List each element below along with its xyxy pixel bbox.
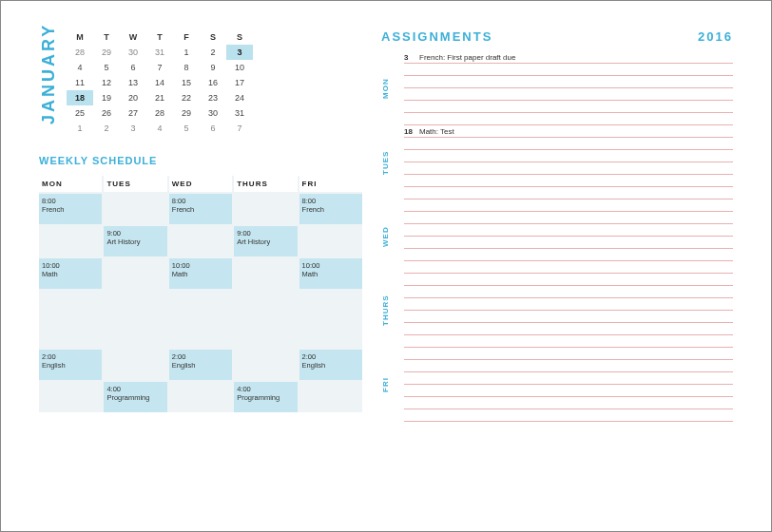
assignment-lines (398, 274, 733, 348)
calendar-day: 3 (226, 45, 253, 60)
assignment-line (404, 335, 733, 348)
calendar-day: 31 (146, 45, 173, 60)
assignment-line (404, 274, 733, 286)
schedule-cell (104, 291, 166, 348)
calendar-day: 15 (173, 75, 200, 90)
assignment-line (404, 138, 733, 150)
calendar-dow: S (226, 29, 253, 45)
schedule-cell (39, 382, 102, 412)
assignment-line (404, 323, 733, 335)
calendar-day: 29 (93, 45, 120, 60)
assignment-line (404, 200, 733, 212)
assignment-day-block: MON3French: First paper draft due (381, 51, 733, 125)
schedule-header: TUES (104, 176, 166, 192)
calendar-day: 23 (200, 90, 226, 105)
assignment-line (404, 397, 733, 409)
schedule-cell: 9:00Art History (104, 226, 166, 256)
assignment-line (404, 175, 733, 187)
assignment-lines (398, 200, 733, 274)
assignment-line (404, 385, 733, 397)
calendar-dow: F (173, 29, 200, 45)
assignment-line (404, 298, 733, 311)
schedule-header: FRI (299, 176, 362, 192)
schedule-cell (39, 226, 102, 256)
calendar-day: 10 (226, 60, 253, 75)
calendar-dow: S (200, 29, 226, 45)
schedule-cell: 8:00French (169, 194, 232, 224)
calendar-day: 28 (146, 105, 173, 121)
weekly-schedule-title: WEEKLY SCHEDULE (39, 155, 362, 166)
assignment-line (404, 224, 733, 237)
schedule-cell (299, 291, 362, 348)
calendar-day: 4 (146, 121, 173, 136)
calendar-dow: W (120, 29, 146, 45)
assignment-lines: 3French: First paper draft due (398, 51, 733, 125)
calendar-day: 5 (93, 60, 120, 75)
schedule-cell (169, 291, 232, 348)
assignment-line (404, 150, 733, 162)
schedule-cell (299, 382, 362, 412)
assignment-day-label: MON (381, 51, 398, 125)
assignment-line (404, 88, 733, 101)
assignment-line (404, 113, 733, 125)
calendar-dow: T (93, 29, 120, 45)
assignment-day-label: THURS (381, 274, 398, 348)
calendar-dow: T (146, 29, 173, 45)
calendar-day: 20 (120, 90, 146, 105)
schedule-cell: 10:00Math (169, 258, 232, 289)
schedule-header: THURS (234, 176, 297, 192)
assignment-lines (398, 348, 733, 422)
calendar-day: 7 (146, 60, 173, 75)
schedule-cell: 4:00Programming (104, 382, 166, 412)
schedule-cell: 10:00Math (39, 258, 102, 289)
calendar-day: 30 (200, 105, 226, 121)
assignment-line (404, 76, 733, 88)
assignment-line (404, 249, 733, 261)
weekly-schedule-grid: MONTUESWEDTHURSFRI8:00French8:00French8:… (39, 176, 362, 412)
assignment-line (404, 348, 733, 360)
calendar-day: 11 (67, 75, 93, 90)
assignment-day-label: TUES (381, 125, 398, 200)
mini-calendar: MTWTFSS 28293031123456789101112131415161… (67, 29, 253, 136)
calendar-day: 14 (146, 75, 173, 90)
schedule-cell (234, 291, 297, 348)
mini-calendar-block: JANUARY MTWTFSS 282930311234567891011121… (39, 29, 362, 136)
assignment-day-block: FRI (381, 348, 733, 422)
left-column: JANUARY MTWTFSS 282930311234567891011121… (39, 29, 362, 422)
schedule-cell (169, 382, 232, 412)
schedule-cell (39, 291, 102, 348)
schedule-cell (169, 226, 232, 256)
right-column: ASSIGNMENTS 2016 MON3French: First paper… (381, 29, 733, 422)
assignment-line (404, 311, 733, 323)
calendar-day: 29 (173, 105, 200, 121)
schedule-cell (299, 226, 362, 256)
assignment-line (404, 286, 733, 298)
schedule-cell: 2:00English (169, 350, 232, 380)
assignment-line (404, 162, 733, 175)
assignments-header: ASSIGNMENTS 2016 (381, 29, 733, 44)
assignment-line: 3French: First paper draft due (404, 51, 733, 64)
assignment-date: 18 (404, 127, 419, 136)
calendar-day: 6 (200, 121, 226, 136)
assignment-line (404, 237, 733, 249)
calendar-day: 12 (93, 75, 120, 90)
assignment-text: Math: Test (419, 127, 454, 136)
assignment-line (404, 101, 733, 113)
schedule-cell (234, 194, 297, 224)
calendar-day: 2 (93, 121, 120, 136)
assignment-line (404, 212, 733, 224)
assignment-line (404, 409, 733, 422)
calendar-dow: M (67, 29, 93, 45)
calendar-day: 3 (120, 121, 146, 136)
schedule-cell (104, 258, 166, 289)
schedule-cell: 8:00French (39, 194, 102, 224)
calendar-day: 19 (93, 90, 120, 105)
schedule-header: MON (39, 176, 102, 192)
calendar-day: 16 (200, 75, 226, 90)
calendar-day: 2 (200, 45, 226, 60)
schedule-cell (234, 350, 297, 380)
calendar-day: 25 (67, 105, 93, 121)
assignment-day-block: THURS (381, 274, 733, 348)
calendar-day: 24 (226, 90, 253, 105)
calendar-day: 22 (173, 90, 200, 105)
